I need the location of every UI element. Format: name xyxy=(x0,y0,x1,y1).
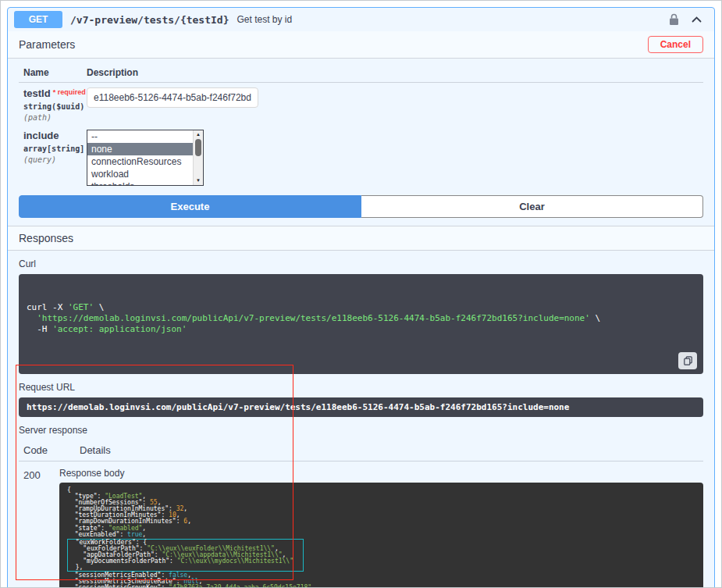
copy-icon xyxy=(684,356,692,365)
parameters-table: Name Description testId* required string… xyxy=(8,59,714,186)
curl-line: curl -X 'GET' \ xyxy=(27,302,695,313)
summary-actions xyxy=(669,13,708,26)
server-response-label: Server response xyxy=(19,425,703,436)
param-name-testid: testId* required xyxy=(23,87,87,99)
name-column-header: Name xyxy=(23,67,87,78)
details-column-header: Details xyxy=(64,444,111,456)
request-url-label: Request URL xyxy=(19,382,703,393)
json-line: "type": "LoadTest", xyxy=(67,494,695,500)
param-desc-cell: --noneconnectionResourcesworkloadthresho… xyxy=(87,130,703,186)
json-line: "myDocumentsFolderPath": "C:\\eux\\mydoc… xyxy=(68,558,293,565)
include-options: --noneconnectionResourcesworkloadthresho… xyxy=(87,130,203,185)
scroll-down-icon[interactable]: ▼ xyxy=(196,178,201,184)
authorize-button[interactable] xyxy=(669,13,679,26)
response-body-label: Response body xyxy=(59,468,703,479)
select-scrollbar[interactable]: ▲ ▼ xyxy=(193,130,203,185)
json-line: "state": "enabled", xyxy=(67,526,695,532)
response-json: { "type": "LoadTest", "numberOfSessions"… xyxy=(67,487,695,588)
curl-line: -H 'accept: application/json' xyxy=(27,324,695,335)
execute-button[interactable]: Execute xyxy=(19,195,361,218)
param-name-cell: testId* required string($uuid) (path) xyxy=(23,87,87,122)
status-code: 200 xyxy=(19,466,59,588)
curl-label: Curl xyxy=(19,258,703,269)
clear-button[interactable]: Clear xyxy=(361,195,703,218)
parameters-table-header: Name Description xyxy=(19,65,703,83)
responses-body: Curl curl -X 'GET' \ 'https://demolab.lo… xyxy=(8,251,714,588)
json-line: "euxEnabled": true, xyxy=(67,532,695,538)
param-name-cell: include array[string] (query) xyxy=(23,130,87,186)
json-line: }, xyxy=(68,565,293,571)
parameters-header: Parameters Cancel xyxy=(8,31,714,59)
param-desc-cell xyxy=(87,87,703,122)
operation-block: GET /v7-preview/tests/{testId} Get test … xyxy=(7,7,715,588)
request-url-value: https://demolab.loginvsi.com/publicApi/v… xyxy=(19,397,703,417)
method-badge: GET xyxy=(14,11,62,28)
curl-copy-button[interactable] xyxy=(678,352,697,369)
param-name-include: include xyxy=(23,130,87,141)
response-body-block: { "type": "LoadTest", "numberOfSessions"… xyxy=(59,483,703,588)
collapse-button[interactable] xyxy=(692,16,702,23)
scroll-up-icon[interactable]: ▲ xyxy=(196,132,201,137)
curl-line: 'https://demolab.loginvsi.com/publicApi/… xyxy=(27,313,695,324)
param-row-testid: testId* required string($uuid) (path) xyxy=(19,83,703,122)
responses-title: Responses xyxy=(19,232,73,244)
code-column-header: Code xyxy=(23,444,64,456)
server-response-table: Code Details 200 Response body { "type":… xyxy=(19,440,703,588)
json-line: { xyxy=(67,487,695,494)
include-select[interactable]: --noneconnectionResourcesworkloadthresho… xyxy=(87,130,204,186)
include-option[interactable]: -- xyxy=(87,130,193,143)
parameters-title: Parameters xyxy=(19,38,75,51)
param-type-include: array[string] xyxy=(23,144,87,153)
cancel-button[interactable]: Cancel xyxy=(648,36,703,53)
json-line: "rampDownDurationInMinutes": 6, xyxy=(67,519,695,525)
server-response-row: 200 Response body { "type": "LoadTest", … xyxy=(19,461,703,588)
include-option[interactable]: workload xyxy=(87,168,193,180)
param-row-include: include array[string] (query) --noneconn… xyxy=(19,125,703,186)
endpoint-path: /v7-preview/tests/{testId} xyxy=(70,14,229,26)
param-location-include: (query) xyxy=(23,155,87,164)
required-flag: * required xyxy=(53,88,86,96)
annotation-teal-box: "euxWorkFolders": { "euxFolderPath": "C:… xyxy=(67,539,304,572)
server-response-table-header: Code Details xyxy=(19,440,703,461)
chevron-up-icon xyxy=(692,16,702,23)
curl-code: curl -X 'GET' \ 'https://demolab.loginvs… xyxy=(27,302,695,335)
scrollbar-thumb[interactable] xyxy=(195,139,201,156)
include-option[interactable]: none xyxy=(87,143,193,155)
responses-header: Responses xyxy=(8,226,714,251)
curl-block: curl -X 'GET' \ 'https://demolab.loginvs… xyxy=(19,274,703,374)
param-location-testid: (path) xyxy=(23,113,87,122)
param-name-text: testId xyxy=(23,87,51,99)
lock-icon xyxy=(669,13,679,26)
response-details-cell: Response body { "type": "LoadTest", "num… xyxy=(59,466,703,588)
description-column-header: Description xyxy=(87,67,138,78)
include-option[interactable]: connectionResources xyxy=(87,155,193,168)
execute-row: Execute Clear xyxy=(8,186,714,226)
include-option[interactable]: thresholds xyxy=(87,180,193,185)
json-line: "sessionMetricGroupKey": "47b8763a-7a39-… xyxy=(67,585,695,588)
endpoint-summary: Get test by id xyxy=(237,14,293,25)
operation-summary[interactable]: GET /v7-preview/tests/{testId} Get test … xyxy=(8,8,714,31)
testid-input[interactable] xyxy=(87,87,258,108)
param-type-testid: string($uuid) xyxy=(23,102,87,111)
